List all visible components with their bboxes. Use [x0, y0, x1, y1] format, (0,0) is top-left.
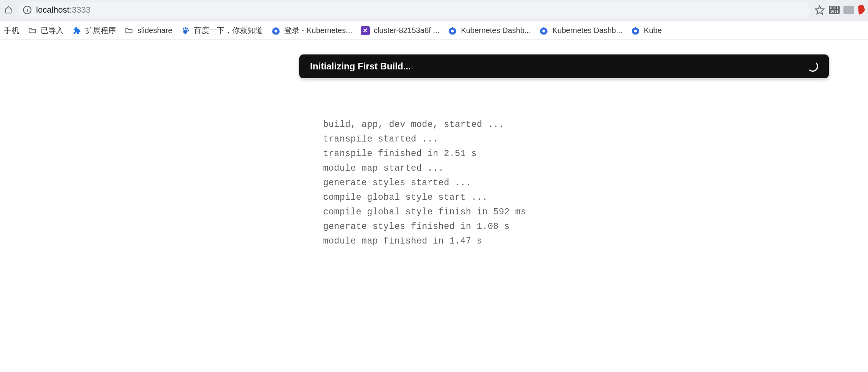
- url-host: localhost: [36, 5, 69, 15]
- build-status-text: Initializing First Build...: [310, 61, 807, 72]
- bookmarks-bar: 手机 已导入 扩展程序 slideshare 百度一下，你就知道 登录 - Ku…: [0, 21, 868, 40]
- bookmark-label: cluster-82153a6f ...: [374, 26, 439, 35]
- cluster-x-icon: ✕: [361, 26, 370, 35]
- svg-point-8: [451, 30, 454, 32]
- bookmark-label: 百度一下，你就知道: [194, 25, 263, 36]
- bookmark-label: 登录 - Kubernetes...: [284, 25, 352, 36]
- svg-point-12: [634, 30, 637, 32]
- page-content: Initializing First Build... build, app, …: [0, 40, 868, 372]
- build-status-banner: Initializing First Build...: [299, 54, 829, 78]
- spinner-icon: [807, 61, 818, 72]
- bookmark-label: Kubernetes Dashb...: [552, 26, 622, 35]
- url-bar[interactable]: i localhost:3333: [18, 2, 810, 18]
- home-icon[interactable]: [3, 5, 14, 15]
- k8s-icon: [271, 26, 281, 35]
- bookmark-label: 手机: [4, 25, 19, 36]
- svg-point-1: [183, 27, 185, 30]
- svg-point-6: [275, 30, 277, 32]
- svg-point-10: [543, 30, 545, 32]
- bookmark-mobile[interactable]: 手机: [4, 25, 19, 36]
- bookmark-label: 扩展程序: [85, 25, 116, 36]
- k8s-icon: [448, 26, 457, 35]
- folder-icon: [28, 26, 37, 35]
- extension-red-icon[interactable]: [858, 5, 865, 15]
- svg-point-3: [186, 27, 188, 30]
- build-log: build, app, dev mode, started ... transp…: [323, 117, 526, 249]
- bookmark-k8s-more[interactable]: Kube: [631, 26, 662, 35]
- bookmark-label: slideshare: [137, 26, 172, 35]
- baidu-paw-icon: [181, 26, 190, 35]
- svg-point-2: [185, 27, 186, 29]
- svg-point-4: [188, 30, 189, 31]
- bookmark-slideshare[interactable]: slideshare: [124, 26, 172, 35]
- extension-binary-icon[interactable]: 0101 1011: [829, 6, 840, 14]
- browser-toolbar: i localhost:3333 0101 1011: [0, 0, 868, 21]
- extension-gray-icon[interactable]: [843, 6, 854, 14]
- bookmark-label: Kubernetes Dashb...: [461, 26, 531, 35]
- puzzle-icon: [72, 26, 81, 35]
- site-info-icon[interactable]: i: [23, 6, 31, 14]
- bookmark-extensions[interactable]: 扩展程序: [72, 25, 116, 36]
- k8s-icon: [539, 26, 548, 35]
- bookmark-star-icon[interactable]: [814, 5, 825, 15]
- k8s-icon: [631, 26, 640, 35]
- bookmark-k8s-dashboard-2[interactable]: Kubernetes Dashb...: [539, 26, 622, 35]
- url-port: :3333: [69, 5, 91, 15]
- folder-icon: [124, 26, 134, 35]
- bookmark-imported[interactable]: 已导入: [28, 25, 64, 36]
- bookmark-label: Kube: [644, 26, 662, 35]
- bookmark-baidu[interactable]: 百度一下，你就知道: [181, 25, 263, 36]
- bookmark-cluster[interactable]: ✕ cluster-82153a6f ...: [361, 26, 439, 35]
- bookmark-k8s-login[interactable]: 登录 - Kubernetes...: [271, 25, 352, 36]
- bookmark-k8s-dashboard-1[interactable]: Kubernetes Dashb...: [448, 26, 531, 35]
- svg-marker-0: [815, 6, 824, 14]
- bookmark-label: 已导入: [41, 25, 64, 36]
